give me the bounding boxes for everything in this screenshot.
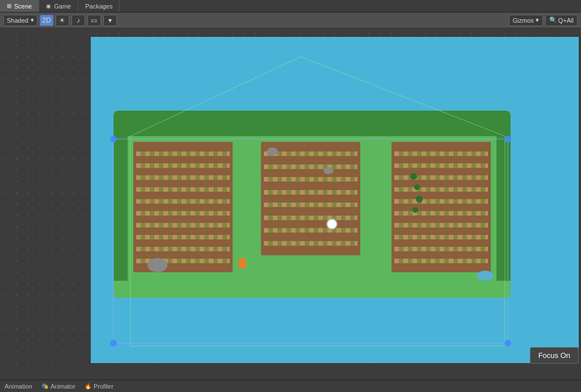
crop-row <box>394 235 488 239</box>
2d-mode-button[interactable]: 2D <box>40 15 53 26</box>
scene-toolbar: Shaded ▾ 2D ☀ ♪ ▭ ▾ Gizmos ▾ 🔍 Q+All <box>0 12 581 28</box>
farm-plot-center <box>261 142 360 255</box>
audio-button[interactable]: ♪ <box>71 15 85 26</box>
scene-viewport: Focus On <box>0 28 581 369</box>
crop-row <box>136 235 230 239</box>
crop-row <box>394 163 488 168</box>
hidden-icon: ▾ <box>108 16 112 24</box>
crop-row <box>264 228 357 233</box>
crop-row <box>136 199 230 204</box>
farm-bush-left <box>113 133 128 281</box>
farm-plot-left <box>133 142 233 272</box>
crop-row <box>394 175 488 180</box>
crop-row <box>136 163 230 168</box>
crop-row <box>394 259 488 263</box>
animator-icon: 🎭 <box>41 383 48 389</box>
crop-row <box>264 203 357 207</box>
crop-row <box>264 190 357 195</box>
tab-packages[interactable]: Packages <box>78 0 120 12</box>
npc-character <box>238 258 246 268</box>
crop-row <box>394 199 488 204</box>
animation-tab-label: Animation <box>5 383 32 390</box>
hidden-button[interactable]: ▾ <box>103 15 117 26</box>
gizmos-dropdown[interactable]: Gizmos ▾ <box>509 15 543 26</box>
rock-object <box>267 147 278 155</box>
magnifier-icon: 🔍 <box>549 16 557 24</box>
crop-row <box>264 241 357 246</box>
app-window: ⊞ Scene ◉ Game Packages Shaded ▾ 2D ☀ ♪ … <box>0 0 581 369</box>
scene-tab-icon: ⊞ <box>7 3 11 9</box>
game-tab-label: Game <box>54 3 71 10</box>
gizmos-chevron-icon: ▾ <box>536 16 539 24</box>
crop-rows-right <box>391 142 491 272</box>
profiler-tab-label: Profiler <box>94 383 113 390</box>
shading-dropdown[interactable]: Shaded ▾ <box>3 15 37 26</box>
plant-1 <box>410 173 417 180</box>
crop-row <box>394 247 488 251</box>
2d-label: 2D <box>42 16 50 24</box>
sun-icon: ☀ <box>59 16 65 24</box>
crop-row <box>264 216 357 220</box>
shading-chevron-icon: ▾ <box>31 16 34 24</box>
water-puddle <box>477 271 494 281</box>
tab-game[interactable]: ◉ Game <box>39 0 78 12</box>
farm-bush-top <box>113 111 511 136</box>
crop-row <box>264 177 357 182</box>
crop-row <box>394 151 488 156</box>
farm-scene <box>113 111 511 298</box>
crop-row <box>136 151 230 156</box>
gizmos-label: Gizmos <box>513 17 534 24</box>
bottom-bar: Animation 🎭 Animator 🔥 Profiler <box>0 380 581 392</box>
crop-row <box>136 175 230 180</box>
plant-4 <box>412 207 418 213</box>
crop-row <box>394 211 488 216</box>
bottom-tab-profiler[interactable]: 🔥 Profiler <box>85 383 113 390</box>
tab-bar: ⊞ Scene ◉ Game Packages <box>0 0 581 12</box>
focus-on-button[interactable]: Focus On <box>530 347 579 364</box>
stone-object <box>148 258 167 272</box>
crop-row <box>264 165 357 169</box>
bottom-tab-animator[interactable]: 🎭 Animator <box>41 383 75 390</box>
crop-row <box>394 223 488 227</box>
game-tab-icon: ◉ <box>46 3 51 9</box>
audio-icon: ♪ <box>77 16 80 24</box>
crop-row <box>136 223 230 227</box>
tab-scene[interactable]: ⊞ Scene <box>0 0 39 12</box>
crop-rows-left <box>133 142 233 272</box>
animator-tab-label: Animator <box>50 383 75 390</box>
bottom-tab-animation[interactable]: Animation <box>5 383 32 390</box>
farm-bush-right <box>496 133 511 281</box>
plant-2 <box>414 184 420 190</box>
packages-tab-label: Packages <box>85 3 112 10</box>
farm-plot-right <box>391 142 491 272</box>
rock-object-2 <box>323 167 334 174</box>
effects-icon: ▭ <box>91 16 97 24</box>
scene-tab-label: Scene <box>14 3 32 10</box>
crop-rows-center <box>261 142 360 255</box>
profiler-icon: 🔥 <box>85 383 91 389</box>
shading-label: Shaded <box>7 17 28 24</box>
focus-on-label: Focus On <box>538 351 570 360</box>
crop-row <box>394 187 488 192</box>
crop-row <box>136 187 230 192</box>
plant-3 <box>416 196 423 203</box>
layers-label: Q+All <box>558 17 574 24</box>
crop-row <box>136 211 230 216</box>
layers-dropdown[interactable]: 🔍 Q+All <box>545 15 578 26</box>
effects-button[interactable]: ▭ <box>87 15 101 26</box>
crop-row <box>136 247 230 251</box>
lighting-button[interactable]: ☀ <box>56 15 69 26</box>
player-character <box>326 218 338 230</box>
